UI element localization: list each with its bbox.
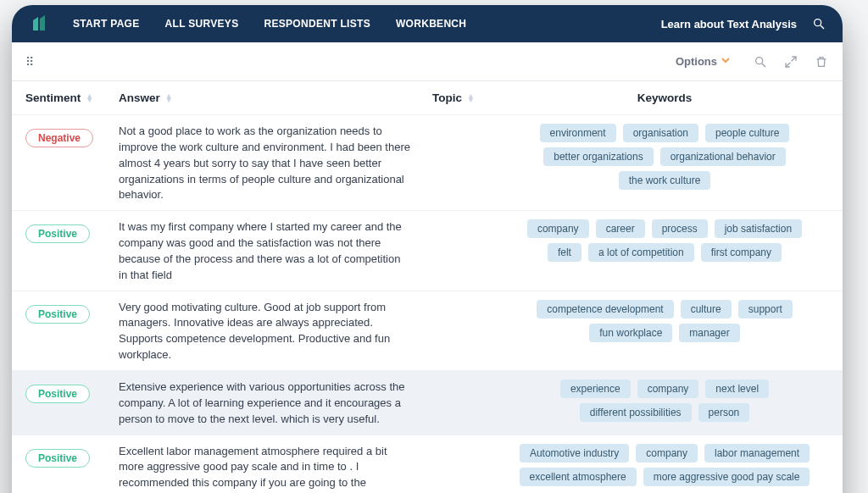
keyword-chip[interactable]: different possibilities xyxy=(580,403,692,422)
keyword-chip[interactable]: better organizations xyxy=(543,147,653,166)
keyword-chip[interactable]: the work culture xyxy=(619,171,711,190)
keyword-chip[interactable]: felt xyxy=(548,243,581,262)
cell-answer: Not a good place to work as the organiza… xyxy=(119,122,432,203)
col-label: Topic xyxy=(432,91,462,104)
col-label: Sentiment xyxy=(25,91,81,104)
col-label: Answer xyxy=(119,91,160,104)
table-row[interactable]: PositiveExcellent labor management atmos… xyxy=(12,435,843,494)
drag-handle-icon[interactable]: ⠿ xyxy=(22,52,37,72)
table-row[interactable]: PositiveExtensive experience with variou… xyxy=(12,370,843,435)
col-header-keywords: Keywords xyxy=(500,91,829,104)
top-navbar: START PAGEALL SURVEYSRESPONDENT LISTSWOR… xyxy=(12,5,843,42)
app-window: START PAGEALL SURVEYSRESPONDENT LISTSWOR… xyxy=(12,5,843,493)
table-body: NegativeNot a good place to work as the … xyxy=(12,114,843,493)
table-header-row: Sentiment ▲▼ Answer ▲▼ Topic ▲▼ Keywords xyxy=(12,81,843,114)
keyword-chip[interactable]: people culture xyxy=(705,124,789,142)
options-menu[interactable]: Options xyxy=(669,52,737,71)
keyword-chip[interactable]: first company xyxy=(701,243,782,262)
keyword-chip[interactable]: manager xyxy=(679,324,739,342)
col-header-topic[interactable]: Topic ▲▼ xyxy=(432,91,500,104)
nav-item[interactable]: WORKBENCH xyxy=(396,18,466,30)
sentiment-pill[interactable]: Positive xyxy=(25,449,90,468)
keyword-chip[interactable]: a lot of competition xyxy=(588,243,694,262)
keyword-chip[interactable]: support xyxy=(738,300,793,319)
sort-icon[interactable]: ▲▼ xyxy=(86,94,93,102)
table-row[interactable]: PositiveIt was my first company where I … xyxy=(12,210,843,290)
keyword-chip[interactable]: fun workplace xyxy=(589,324,672,342)
table-row[interactable]: PositiveVery good motivating culture. Go… xyxy=(12,291,843,370)
nav-item[interactable]: ALL SURVEYS xyxy=(165,18,239,30)
cell-keywords: competence developmentculturesupportfun … xyxy=(500,298,829,363)
nav-item[interactable]: RESPONDENT LISTS xyxy=(264,18,370,30)
cell-topic xyxy=(432,122,500,203)
keyword-chip[interactable]: company xyxy=(636,444,698,463)
cell-answer: Extensive experience with various opport… xyxy=(119,378,432,428)
nav-links: START PAGEALL SURVEYSRESPONDENT LISTSWOR… xyxy=(73,18,466,30)
chevron-down-icon xyxy=(721,55,731,68)
keyword-chip[interactable]: company xyxy=(527,219,589,238)
keyword-chip[interactable]: career xyxy=(596,219,645,238)
col-header-sentiment[interactable]: Sentiment ▲▼ xyxy=(25,91,119,104)
keyword-chip[interactable]: job satisfaction xyxy=(715,219,802,238)
sentiment-pill[interactable]: Positive xyxy=(25,224,90,243)
cell-sentiment: Positive xyxy=(25,442,119,494)
keyword-chip[interactable]: company xyxy=(637,379,699,398)
cell-topic xyxy=(432,218,500,283)
search-icon-toolbar[interactable] xyxy=(753,54,768,69)
options-label: Options xyxy=(676,55,717,68)
toolbar: ⠿ Options xyxy=(12,42,843,81)
cell-sentiment: Negative xyxy=(25,122,119,203)
nav-item[interactable]: START PAGE xyxy=(73,18,140,30)
learn-link[interactable]: Learn about Text Analysis xyxy=(661,18,797,30)
svg-line-1 xyxy=(821,25,824,29)
cell-answer: Very good motivating culture. Good at jo… xyxy=(119,298,432,363)
keyword-chip[interactable]: experience xyxy=(560,379,631,398)
col-label: Keywords xyxy=(637,91,693,104)
sort-icon[interactable]: ▲▼ xyxy=(165,94,173,102)
expand-icon[interactable] xyxy=(783,54,798,69)
keyword-chip[interactable]: next level xyxy=(705,379,769,398)
sentiment-pill[interactable]: Negative xyxy=(25,129,93,147)
cell-topic xyxy=(432,442,500,494)
svg-point-0 xyxy=(815,19,821,26)
keyword-chip[interactable]: culture xyxy=(681,300,732,319)
keyword-chip[interactable]: Automotive industry xyxy=(520,444,629,463)
cell-answer: It was my first company where I started … xyxy=(119,218,432,283)
svg-line-3 xyxy=(762,64,765,67)
keyword-chip[interactable]: process xyxy=(652,219,708,238)
sentiment-pill[interactable]: Positive xyxy=(25,385,90,403)
sentiment-pill[interactable]: Positive xyxy=(25,305,90,324)
cell-sentiment: Positive xyxy=(25,378,119,428)
keyword-chip[interactable]: competence development xyxy=(537,300,673,319)
cell-sentiment: Positive xyxy=(25,298,119,363)
keyword-chip[interactable]: organisation xyxy=(623,124,698,142)
cell-keywords: companycareerprocessjob satisfactionfelt… xyxy=(500,218,829,283)
cell-answer: Excellent labor management atmosphere re… xyxy=(119,442,432,494)
keyword-chip[interactable]: excellent atmosphere xyxy=(520,468,637,486)
cell-keywords: experiencecompanynext leveldifferent pos… xyxy=(500,378,829,428)
sort-icon[interactable]: ▲▼ xyxy=(467,94,475,102)
cell-keywords: Automotive industrycompanylabor manageme… xyxy=(500,442,829,494)
keyword-chip[interactable]: labor management xyxy=(704,444,810,463)
cell-topic xyxy=(432,298,500,363)
keyword-chip[interactable]: organizational behavior xyxy=(660,147,786,166)
col-header-answer[interactable]: Answer ▲▼ xyxy=(119,91,432,104)
table-row[interactable]: NegativeNot a good place to work as the … xyxy=(12,114,843,210)
search-icon[interactable] xyxy=(812,17,826,30)
cell-topic xyxy=(432,378,500,428)
cell-sentiment: Positive xyxy=(25,218,119,283)
cell-keywords: environmentorganisationpeople culturebet… xyxy=(500,122,829,203)
keyword-chip[interactable]: environment xyxy=(540,124,616,142)
keyword-chip[interactable]: person xyxy=(698,403,750,422)
svg-point-2 xyxy=(756,57,763,64)
keyword-chip[interactable]: more aggressive good pay scale xyxy=(643,468,810,486)
trash-icon[interactable] xyxy=(814,54,829,69)
brand-logo[interactable] xyxy=(29,12,53,36)
